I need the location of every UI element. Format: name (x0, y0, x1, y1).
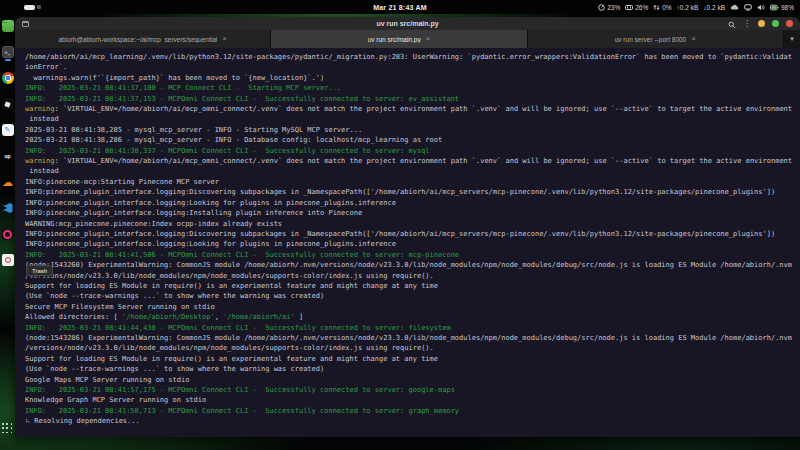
terminal-line: (node:1543260) ExperimentalWarning: Comm… (25, 260, 800, 270)
terminal-line: /versions/node/v23.3.0/lib/node_modules/… (25, 343, 800, 353)
search-icon[interactable] (728, 17, 736, 33)
tab-main-py[interactable]: uv run src/main.py × (271, 30, 527, 48)
terminal-line: Allowed directories: [ '/home/abiorh/Des… (25, 312, 800, 322)
menu-kebab-icon[interactable]: ⋮ (743, 20, 751, 28)
swap-indicator[interactable]: 0% (653, 4, 671, 11)
system-indicators[interactable]: 23% 26% 0% ↑0.2 kB ↓0.2 kB 98% (598, 4, 794, 11)
tab-bar: abiorh@abiorh-workspace:~/ai/mcp_servers… (15, 30, 800, 48)
window-title: uv run src/main.py (376, 20, 438, 27)
display-icon (744, 4, 752, 11)
cpu-gauge-icon (598, 4, 605, 11)
cpu-value: 23% (607, 4, 620, 11)
tab-label: uv run src/main.py (368, 36, 421, 43)
close-tab-icon[interactable]: × (426, 35, 431, 43)
terminal-line: INFO:pinecone_plugin_interface.logging:L… (25, 198, 800, 208)
trash-tooltip: Trash (26, 265, 53, 276)
tab-list-chevron-down-icon[interactable]: ▾ (784, 30, 800, 48)
net-down-value: ↓0.2 kB (703, 4, 725, 11)
terminal-line: (node:1543286) ExperimentalWarning: Comm… (25, 333, 800, 343)
cloud-icon (730, 4, 739, 11)
terminal-line: ⠦ Resolving dependencies... (25, 416, 800, 426)
clock[interactable]: Mar 21 8:43 AM (373, 4, 427, 11)
workspace-indicator[interactable] (24, 5, 41, 10)
terminal-line: Google Maps MCP Server running on stdio (25, 375, 800, 385)
terminal-line: /home/abiorh/ai/mcp_learning/.venv/lib/p… (25, 52, 800, 62)
terminal-line: warning: `VIRTUAL_ENV=/home/abiorh/ai/mc… (25, 104, 800, 114)
dock-item-files[interactable] (2, 20, 14, 32)
terminal-line: INFO:pinecone_plugin_interface.logging:D… (25, 229, 800, 239)
close-tab-icon[interactable]: × (222, 35, 227, 43)
tab-server-port-8000[interactable]: uv run server --port 8000 × (528, 30, 784, 48)
workspace-active-dot (24, 5, 35, 10)
close-button[interactable] (786, 20, 793, 27)
terminal-line: 2025-03-21 08:41:38,285 - mysql_mcp_serv… (25, 125, 800, 135)
terminal-line: Knowledge Graph MCP Server running on st… (25, 395, 800, 405)
terminal-line: INFO:pinecone_plugin_interface.logging:D… (25, 187, 800, 197)
battery-icon (770, 4, 779, 11)
cloudflare-cloud-icon: ☁ (2, 177, 13, 188)
terminal-line: Secure MCP Filesystem Server running on … (25, 302, 800, 312)
dock-item-terminal[interactable]: >_ (2, 46, 14, 58)
terminal-line: INFO: 2025-03-21 08:41:41,506 - MCPOmni … (25, 250, 800, 260)
battery-value: 98% (781, 4, 794, 11)
terminal-line: Support for loading ES Module in require… (25, 354, 800, 364)
pencil-icon: ✎ (5, 126, 11, 134)
dock-item-pink-ring-app[interactable] (2, 228, 14, 240)
dock-item-trash[interactable] (2, 254, 14, 266)
tab-label: uv run server --port 8000 (615, 36, 687, 43)
dock-item-vscode[interactable] (2, 202, 14, 214)
battery-indicator[interactable]: 98% (770, 4, 794, 11)
show-applications-button[interactable] (2, 423, 13, 434)
terminal-line: warnings.warn(f'`{import_path}` has been… (25, 73, 800, 83)
terminal-line: WARNING:mcp_pinecone.pinecone:Index ocpp… (25, 219, 800, 229)
dock-item-text-editor[interactable]: ✎ (2, 124, 14, 136)
terminal-line: /versions/node/v23.3.0/lib/node_modules/… (25, 271, 800, 281)
close-tab-icon[interactable]: × (691, 35, 696, 43)
new-window-icon[interactable] (22, 21, 29, 27)
cloud-indicator[interactable] (730, 4, 739, 11)
terminal-line: ionError`. (25, 62, 800, 72)
terminal-window: uv run src/main.py ⋮ abiorh@abiorh-works… (15, 17, 800, 437)
net-down-indicator[interactable]: ↓0.2 kB (703, 4, 725, 11)
maximize-button[interactable] (772, 20, 779, 27)
net-up-value: ↑0.2 kB (677, 4, 699, 11)
swap-arrows-icon (653, 4, 660, 11)
terminal-line: (Use `node --trace-warnings ...` to show… (25, 291, 800, 301)
terminal-output[interactable]: /home/abiorh/ai/mcp_learning/.venv/lib/p… (15, 48, 800, 437)
terminal-line: INFO: 2025-03-21 08:41:58,713 - MCPOmni … (25, 406, 800, 416)
terminal-line: INFO: 2025-03-21 08:41:57,175 - MCPOmni … (25, 385, 800, 395)
speaker-icon (757, 4, 765, 11)
upwork-icon: up (4, 153, 10, 159)
terminal-line: instead (25, 166, 800, 176)
terminal-line: INFO:pinecone_plugin_interface.logging:I… (25, 208, 800, 218)
terminal-line: INFO:pinecone_plugin_interface.logging:L… (25, 239, 800, 249)
tab-sequential[interactable]: abiorh@abiorh-workspace:~/ai/mcp_servers… (15, 30, 271, 48)
tab-label: abiorh@abiorh-workspace:~/ai/mcp_servers… (58, 36, 217, 43)
terminal-line: INFO:pinecone-mcp:Starting Pinecone MCP … (25, 177, 800, 187)
terminal-line: warning: `VIRTUAL_ENV=/home/abiorh/ai/mc… (25, 156, 800, 166)
minimize-button[interactable] (758, 20, 765, 27)
dock-item-cloudflare[interactable]: ☁ (2, 176, 14, 188)
memory-value: 26% (635, 4, 648, 11)
dock: >_ ✎ up ☁ (0, 14, 15, 450)
terminal-line: Support for loading ES Module in require… (25, 281, 800, 291)
net-up-indicator[interactable]: ↑0.2 kB (677, 4, 699, 11)
dock-item-upwork[interactable]: up (2, 150, 14, 162)
display-indicator[interactable] (744, 4, 752, 11)
dock-item-cube-app[interactable] (2, 98, 14, 110)
memory-indicator[interactable]: 26% (625, 4, 648, 11)
terminal-line: (Use `node --trace-warnings ...` to show… (25, 364, 800, 374)
dock-item-chrome[interactable] (2, 72, 14, 84)
volume-indicator[interactable] (757, 4, 765, 11)
cpu-indicator[interactable]: 23% (598, 4, 620, 11)
terminal-icon: >_ (5, 50, 10, 55)
terminal-line: INFO: 2025-03-21 08:41:44,438 - MCPOmni … (25, 323, 800, 333)
top-bar: Mar 21 8:43 AM 23% 26% 0% ↑0.2 kB ↓0.2 k… (0, 0, 800, 14)
memory-icon (625, 4, 633, 11)
workspace-inactive-dot (37, 5, 41, 9)
terminal-line: 2025-03-21 08:41:38,286 - mysql_mcp_serv… (25, 135, 800, 145)
terminal-line: INFO: 2025-03-21 08:41:37,100 - MCP Conn… (25, 83, 800, 93)
terminal-line: instead (25, 114, 800, 124)
title-bar[interactable]: uv run src/main.py ⋮ (15, 17, 800, 30)
terminal-line: INFO: 2025-03-21 08:41:38,337 - MCPOmni … (25, 146, 800, 156)
